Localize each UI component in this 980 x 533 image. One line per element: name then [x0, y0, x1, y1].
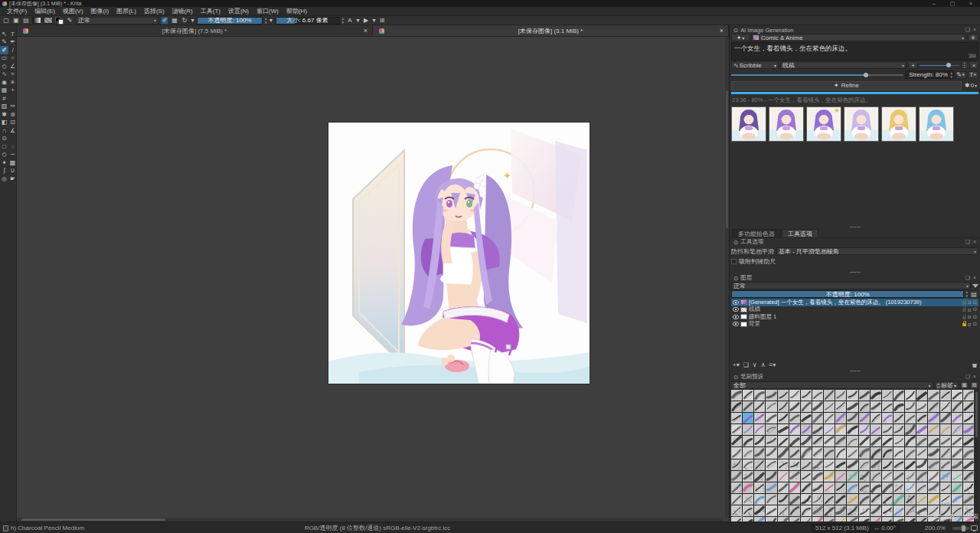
- brush-preset-138[interactable]: [859, 459, 870, 470]
- brush-preset-14[interactable]: [882, 390, 893, 401]
- brush-preset-136[interactable]: [835, 459, 846, 470]
- brush-preset-220[interactable]: [835, 505, 846, 516]
- opacity-dropdown-arrow[interactable]: ▾: [270, 17, 273, 25]
- brush-preset-89[interactable]: [778, 436, 789, 446]
- brush-preset-112[interactable]: [801, 447, 812, 458]
- blend-mode-combo[interactable]: 正常▾: [76, 17, 158, 25]
- brush-preset-9[interactable]: [824, 390, 835, 401]
- brush-preset-94[interactable]: [835, 436, 846, 446]
- eraser-mode-toggle[interactable]: ✐: [161, 17, 168, 25]
- brush-preset-62[interactable]: [952, 413, 962, 423]
- brush-preset-74[interactable]: [847, 424, 858, 435]
- brush-preset-143[interactable]: [916, 459, 927, 470]
- brush-preset-158[interactable]: [847, 471, 858, 482]
- visibility-eye-icon[interactable]: [733, 300, 739, 305]
- bezier-select-tool[interactable]: ∫: [0, 167, 8, 175]
- freehand-path-tool[interactable]: ≈: [8, 70, 17, 79]
- brush-preset-173[interactable]: [778, 482, 789, 493]
- brush-preset-37[interactable]: [905, 401, 916, 412]
- brush-preset-137[interactable]: [847, 459, 858, 470]
- brush-preset-56[interactable]: [882, 413, 893, 423]
- polyline-tool[interactable]: ∠: [8, 62, 17, 70]
- control-more-button[interactable]: ⋮: [961, 61, 968, 69]
- menu-窗口W[interactable]: 窗口(W): [253, 7, 283, 16]
- layer-lock-icon[interactable]: [962, 323, 966, 326]
- docker-collapse-icon[interactable]: ⊙: [733, 27, 738, 34]
- brush-preset-189[interactable]: [963, 482, 974, 493]
- ellipse-select-tool[interactable]: ◌: [8, 142, 17, 151]
- menu-文件F[interactable]: 文件(F): [3, 7, 31, 16]
- brush-preset-211[interactable]: [731, 505, 742, 516]
- brush-preset-33[interactable]: [859, 401, 870, 412]
- docker-collapse-icon[interactable]: ⊙: [733, 275, 738, 282]
- brush-preset-grid[interactable]: [731, 390, 974, 512]
- edit-brush-settings-icon[interactable]: ✎: [66, 17, 74, 25]
- duplicate-layer-button[interactable]: ❏: [743, 361, 749, 368]
- brush-preset-35[interactable]: [882, 401, 893, 412]
- layer-lock-icon[interactable]: [962, 302, 966, 305]
- brush-preset-114[interactable]: [824, 447, 835, 458]
- brush-preset-225[interactable]: [893, 505, 904, 516]
- brush-preset-48[interactable]: [789, 413, 800, 423]
- brush-preset-130[interactable]: [766, 459, 776, 470]
- brush-preset-214[interactable]: [766, 505, 776, 516]
- brush-preset-42[interactable]: [963, 401, 974, 412]
- menu-滤镜R[interactable]: 滤镜(R): [168, 7, 197, 16]
- brush-preset-179[interactable]: [847, 482, 858, 493]
- polygon-tool[interactable]: ◇: [0, 62, 8, 70]
- ai-settings-button[interactable]: ✳: [968, 34, 978, 41]
- brush-preset-188[interactable]: [952, 482, 962, 493]
- brush-preset-223[interactable]: [871, 505, 881, 516]
- brush-preset-23[interactable]: [743, 401, 753, 412]
- float-docker-icon[interactable]: ❏: [965, 239, 970, 245]
- brush-preset-77[interactable]: [882, 424, 893, 435]
- new-document-icon[interactable]: ▢: [2, 17, 10, 25]
- brush-preset-230[interactable]: [952, 505, 962, 516]
- brush-preset-228[interactable]: [928, 505, 939, 516]
- brush-preset-78[interactable]: [893, 424, 904, 435]
- brush-preset-51[interactable]: [824, 413, 835, 423]
- brush-preset-2[interactable]: [743, 390, 753, 401]
- generated-thumbnail-5[interactable]: [881, 106, 916, 142]
- float-docker-icon[interactable]: ❏: [965, 275, 970, 281]
- layer-row-2[interactable]: 线稿α⊙: [731, 306, 978, 314]
- brush-preset-63[interactable]: [963, 413, 974, 423]
- add-layer-button[interactable]: +▾: [733, 361, 740, 368]
- layer-properties-button[interactable]: ≡▾: [769, 361, 776, 368]
- brush-preset-200[interactable]: [847, 494, 858, 505]
- brush-preset-229[interactable]: [940, 505, 951, 516]
- brush-preset-24[interactable]: [754, 401, 765, 412]
- brush-preset-135[interactable]: [824, 459, 835, 470]
- magnetic-select-tool[interactable]: ∪: [8, 167, 17, 175]
- brush-preset-40[interactable]: [940, 401, 951, 412]
- brush-preset-92[interactable]: [812, 436, 823, 446]
- brush-preset-202[interactable]: [871, 494, 881, 505]
- document-tab-1[interactable]: [未保存图像] (7.5 MiB) *×: [17, 25, 373, 36]
- brush-preset-72[interactable]: [824, 424, 835, 435]
- move-layer-down-button[interactable]: ∨: [753, 361, 757, 368]
- brush-preset-49[interactable]: [801, 413, 812, 423]
- brush-preset-102[interactable]: [928, 436, 939, 446]
- gradient-chooser[interactable]: [32, 17, 41, 24]
- brush-preset-185[interactable]: [916, 482, 927, 493]
- brush-preset-64[interactable]: [731, 424, 742, 435]
- layer-blend-mode-combo[interactable]: 正常▾: [731, 282, 971, 289]
- brush-preset-153[interactable]: [789, 471, 800, 482]
- brush-preset-192[interactable]: [754, 494, 765, 505]
- add-control-layer-button[interactable]: ✎+: [956, 71, 966, 79]
- brush-preset-128[interactable]: [743, 459, 753, 470]
- pattern-chooser[interactable]: [44, 17, 53, 24]
- move-layer-up-button[interactable]: ∧: [761, 361, 766, 368]
- reference-images-tool[interactable]: ⊙: [0, 135, 8, 143]
- brush-preset-104[interactable]: [952, 436, 962, 446]
- rectangle-tool[interactable]: ▭: [0, 54, 8, 63]
- generated-thumbnail-1[interactable]: [731, 106, 766, 142]
- brush-preset-196[interactable]: [801, 494, 812, 505]
- brush-preset-36[interactable]: [893, 401, 904, 412]
- brush-preset-133[interactable]: [801, 459, 812, 470]
- brush-preset-101[interactable]: [916, 436, 927, 446]
- brush-preset-4[interactable]: [766, 390, 776, 401]
- brush-preset-91[interactable]: [801, 436, 812, 446]
- menu-图层L[interactable]: 图层(L): [113, 7, 140, 16]
- fit-to-screen-icon[interactable]: [971, 525, 978, 531]
